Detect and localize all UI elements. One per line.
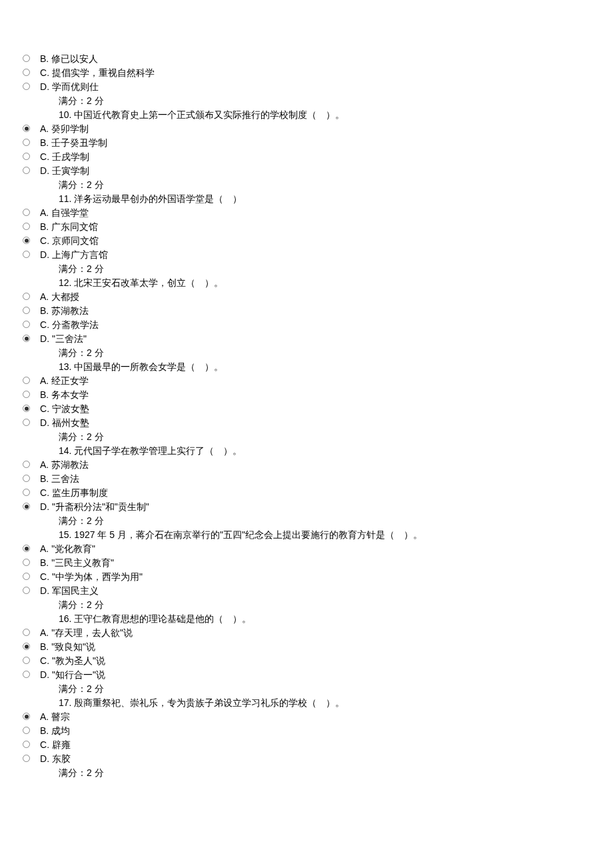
option-letter: C: [40, 403, 47, 414]
radio-button[interactable]: [23, 587, 30, 594]
radio-button[interactable]: [23, 657, 30, 664]
option-letter: B: [40, 725, 46, 736]
option-letter: D: [40, 333, 47, 344]
option-row: D. "升斋积分法"和"贡生制": [40, 500, 586, 514]
option-text: 苏湖教法: [51, 305, 89, 316]
radio-button[interactable]: [23, 321, 30, 328]
option-row: D. 上海广方言馆: [40, 248, 586, 262]
radio-button[interactable]: [23, 251, 30, 258]
option-row: B. 广东同文馆: [40, 220, 586, 234]
points-label: 满分：2 分: [59, 599, 104, 610]
radio-button[interactable]: [23, 629, 30, 636]
question-number: 14: [59, 445, 69, 456]
question-row: 13. 中国最早的一所教会女学是（ ）。: [40, 360, 586, 374]
radio-button[interactable]: [23, 307, 30, 314]
points-row: 满分：2 分: [40, 262, 586, 276]
option-text: 提倡实学，重视自然科学: [52, 67, 155, 78]
option-row: A. 经正女学: [40, 374, 586, 388]
radio-button[interactable]: [23, 503, 30, 510]
radio-button[interactable]: [23, 671, 30, 678]
option-row: A. 大都授: [40, 290, 586, 304]
option-row: C. 壬戌学制: [40, 150, 586, 164]
points-label: 满分：2 分: [59, 95, 104, 106]
option-row: C. 监生历事制度: [40, 486, 586, 500]
radio-button[interactable]: [23, 461, 30, 468]
option-text: "致良知"说: [51, 641, 95, 652]
radio-button[interactable]: [23, 237, 30, 244]
points-row: 满分：2 分: [40, 346, 586, 360]
question-row: 16. 王守仁教育思想的理论基础是他的（ ）。: [40, 612, 586, 626]
radio-button[interactable]: [23, 139, 30, 146]
question-number: 12: [59, 277, 69, 288]
option-row: C. 辟雍: [40, 738, 586, 752]
radio-button[interactable]: [23, 125, 30, 132]
question-number: 16: [59, 613, 69, 624]
radio-button[interactable]: [23, 335, 30, 342]
radio-button[interactable]: [23, 391, 30, 398]
radio-button[interactable]: [23, 55, 30, 62]
option-row: D. 福州女塾: [40, 416, 586, 430]
radio-button[interactable]: [23, 167, 30, 174]
question-number: 10: [59, 109, 69, 120]
option-text: 监生历事制度: [52, 487, 108, 498]
question-text: 元代国子学在教学管理上实行了（ ）。: [74, 445, 242, 456]
radio-button[interactable]: [23, 419, 30, 426]
radio-button[interactable]: [23, 545, 30, 552]
points-label: 满分：2 分: [59, 347, 104, 358]
points-row: 满分：2 分: [40, 598, 586, 612]
option-row: B. 务本女学: [40, 388, 586, 402]
option-text: "三舍法": [52, 333, 87, 344]
option-row: C. 宁波女塾: [40, 402, 586, 416]
option-row: B. 修已以安人: [40, 52, 586, 66]
option-row: B. 三舍法: [40, 472, 586, 486]
option-text: "存天理，去人欲"说: [51, 627, 133, 638]
option-text: 瞽宗: [51, 711, 70, 722]
question-row: 12. 北宋王安石改革太学，创立（ ）。: [40, 276, 586, 290]
points-row: 满分：2 分: [40, 766, 586, 780]
radio-button[interactable]: [23, 741, 30, 748]
radio-button[interactable]: [23, 475, 30, 482]
option-text: "党化教育": [51, 543, 95, 554]
exam-content: B. 修已以安人C. 提倡实学，重视自然科学D. 学而优则仕满分：2 分10. …: [0, 0, 613, 780]
option-text: 京师同文馆: [52, 235, 99, 246]
option-letter: A: [40, 711, 46, 722]
radio-button[interactable]: [23, 83, 30, 90]
option-text: "升斋积分法"和"贡生制": [52, 501, 149, 512]
question-text: 洋务运动最早创办的外国语学堂是（ ）: [74, 193, 242, 204]
option-letter: C: [40, 487, 47, 498]
question-row: 14. 元代国子学在教学管理上实行了（ ）。: [40, 444, 586, 458]
radio-button[interactable]: [23, 153, 30, 160]
points-label: 满分：2 分: [59, 683, 104, 694]
option-row: A. 癸卯学制: [40, 122, 586, 136]
radio-button[interactable]: [23, 209, 30, 216]
option-text: 宁波女塾: [52, 403, 89, 414]
radio-button[interactable]: [23, 755, 30, 762]
option-text: 学而优则仕: [52, 81, 99, 92]
option-row: C. "中学为体，西学为用": [40, 570, 586, 584]
option-letter: A: [40, 627, 46, 638]
points-row: 满分：2 分: [40, 94, 586, 108]
radio-button[interactable]: [23, 377, 30, 384]
option-letter: B: [40, 221, 46, 232]
radio-button[interactable]: [23, 69, 30, 76]
option-text: 福州女塾: [52, 417, 89, 428]
radio-button[interactable]: [23, 727, 30, 734]
question-number: 17: [59, 697, 69, 708]
radio-button[interactable]: [23, 223, 30, 230]
points-label: 满分：2 分: [59, 431, 104, 442]
option-text: 广东同文馆: [51, 221, 98, 232]
radio-button[interactable]: [23, 405, 30, 412]
radio-button[interactable]: [23, 643, 30, 650]
option-row: B. "三民主义教育": [40, 556, 586, 570]
radio-button[interactable]: [23, 713, 30, 720]
option-row: B. "致良知"说: [40, 640, 586, 654]
option-letter: C: [40, 319, 47, 330]
option-letter: D: [40, 81, 47, 92]
points-label: 满分：2 分: [59, 767, 104, 778]
radio-button[interactable]: [23, 489, 30, 496]
radio-button[interactable]: [23, 559, 30, 566]
option-text: 辟雍: [52, 739, 71, 750]
radio-button[interactable]: [23, 293, 30, 300]
radio-button[interactable]: [23, 573, 30, 580]
points-row: 满分：2 分: [40, 430, 586, 444]
